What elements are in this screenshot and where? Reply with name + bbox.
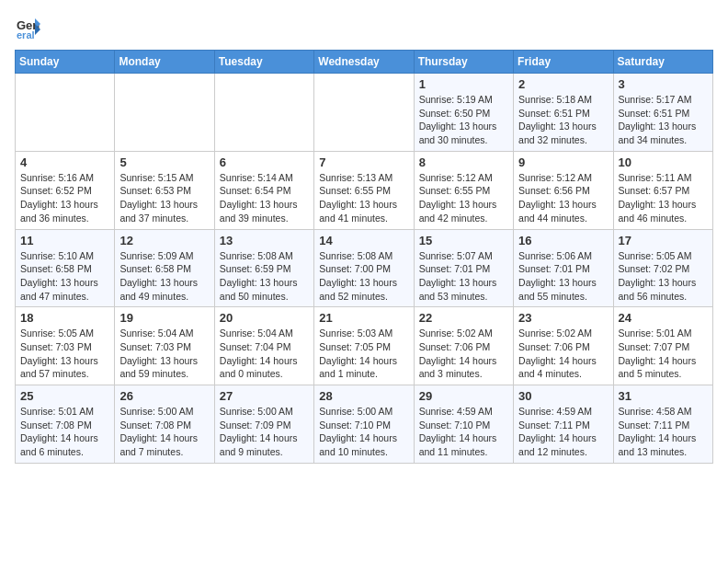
day-cell: 20Sunrise: 5:04 AMSunset: 7:04 PMDayligh… xyxy=(214,307,313,385)
day-number: 28 xyxy=(319,389,408,403)
day-cell xyxy=(214,74,313,152)
day-number: 2 xyxy=(518,77,608,91)
day-cell: 21Sunrise: 5:03 AMSunset: 7:05 PMDayligh… xyxy=(314,307,414,385)
day-number: 11 xyxy=(20,234,109,247)
page-header: Gen eral xyxy=(15,15,713,40)
day-cell: 24Sunrise: 5:01 AMSunset: 7:07 PMDayligh… xyxy=(613,307,712,385)
day-cell: 26Sunrise: 5:00 AMSunset: 7:08 PMDayligh… xyxy=(115,385,214,464)
header-cell-monday: Monday xyxy=(115,51,214,74)
day-number: 22 xyxy=(419,311,508,325)
day-info: Sunrise: 5:08 AMSunset: 7:00 PMDaylight:… xyxy=(319,249,408,304)
day-info: Sunrise: 5:16 AMSunset: 6:52 PMDaylight:… xyxy=(20,171,109,225)
day-cell: 18Sunrise: 5:05 AMSunset: 7:03 PMDayligh… xyxy=(16,307,115,385)
day-cell: 30Sunrise: 4:59 AMSunset: 7:11 PMDayligh… xyxy=(514,385,613,464)
day-cell: 13Sunrise: 5:08 AMSunset: 6:59 PMDayligh… xyxy=(214,229,313,307)
header-cell-sunday: Sunday xyxy=(16,51,115,74)
day-info: Sunrise: 5:01 AMSunset: 7:07 PMDaylight:… xyxy=(619,327,708,381)
day-info: Sunrise: 5:06 AMSunset: 7:01 PMDaylight:… xyxy=(518,249,608,304)
day-number: 23 xyxy=(518,311,608,325)
day-cell: 31Sunrise: 4:58 AMSunset: 7:11 PMDayligh… xyxy=(613,385,712,464)
day-number: 31 xyxy=(619,389,708,403)
day-cell xyxy=(314,74,414,152)
day-info: Sunrise: 5:12 AMSunset: 6:56 PMDaylight:… xyxy=(518,171,608,225)
day-cell: 27Sunrise: 5:00 AMSunset: 7:09 PMDayligh… xyxy=(214,385,313,464)
day-info: Sunrise: 5:03 AMSunset: 7:05 PMDaylight:… xyxy=(319,327,408,381)
day-info: Sunrise: 5:02 AMSunset: 7:06 PMDaylight:… xyxy=(518,327,608,381)
week-row-1: 1Sunrise: 5:19 AMSunset: 6:50 PMDaylight… xyxy=(16,74,713,152)
day-info: Sunrise: 5:00 AMSunset: 7:10 PMDaylight:… xyxy=(319,405,408,459)
day-cell: 8Sunrise: 5:12 AMSunset: 6:55 PMDaylight… xyxy=(414,151,513,229)
day-cell: 10Sunrise: 5:11 AMSunset: 6:57 PMDayligh… xyxy=(613,151,712,229)
day-cell: 28Sunrise: 5:00 AMSunset: 7:10 PMDayligh… xyxy=(314,385,414,464)
day-number: 16 xyxy=(518,234,608,247)
day-cell: 23Sunrise: 5:02 AMSunset: 7:06 PMDayligh… xyxy=(514,307,613,385)
day-info: Sunrise: 4:59 AMSunset: 7:10 PMDaylight:… xyxy=(419,405,508,459)
day-cell xyxy=(115,74,214,152)
day-info: Sunrise: 5:10 AMSunset: 6:58 PMDaylight:… xyxy=(20,249,109,304)
day-cell: 9Sunrise: 5:12 AMSunset: 6:56 PMDaylight… xyxy=(514,151,613,229)
day-cell: 2Sunrise: 5:18 AMSunset: 6:51 PMDaylight… xyxy=(514,74,613,152)
day-info: Sunrise: 5:07 AMSunset: 7:01 PMDaylight:… xyxy=(419,249,508,304)
day-number: 12 xyxy=(119,234,209,247)
day-number: 4 xyxy=(20,155,109,169)
day-number: 15 xyxy=(419,234,508,247)
header-cell-tuesday: Tuesday xyxy=(214,51,313,74)
day-number: 3 xyxy=(619,77,708,91)
day-cell: 14Sunrise: 5:08 AMSunset: 7:00 PMDayligh… xyxy=(314,229,414,307)
day-number: 24 xyxy=(619,311,708,325)
day-info: Sunrise: 5:05 AMSunset: 7:02 PMDaylight:… xyxy=(619,249,708,304)
week-row-5: 25Sunrise: 5:01 AMSunset: 7:08 PMDayligh… xyxy=(16,385,713,464)
day-number: 17 xyxy=(619,234,708,247)
day-info: Sunrise: 5:08 AMSunset: 6:59 PMDaylight:… xyxy=(220,249,309,304)
day-number: 25 xyxy=(20,389,109,403)
day-info: Sunrise: 5:11 AMSunset: 6:57 PMDaylight:… xyxy=(619,171,708,225)
header-cell-thursday: Thursday xyxy=(414,51,513,74)
day-number: 5 xyxy=(119,155,209,169)
day-number: 29 xyxy=(419,389,508,403)
day-number: 26 xyxy=(119,389,209,403)
day-number: 7 xyxy=(319,155,408,169)
day-info: Sunrise: 5:15 AMSunset: 6:53 PMDaylight:… xyxy=(119,171,209,225)
day-number: 27 xyxy=(220,389,309,403)
day-info: Sunrise: 5:12 AMSunset: 6:55 PMDaylight:… xyxy=(419,171,508,225)
day-number: 19 xyxy=(119,311,209,325)
week-row-3: 11Sunrise: 5:10 AMSunset: 6:58 PMDayligh… xyxy=(16,229,713,307)
day-cell: 22Sunrise: 5:02 AMSunset: 7:06 PMDayligh… xyxy=(414,307,513,385)
day-info: Sunrise: 5:02 AMSunset: 7:06 PMDaylight:… xyxy=(419,327,508,381)
day-number: 6 xyxy=(220,155,309,169)
day-info: Sunrise: 5:19 AMSunset: 6:50 PMDaylight:… xyxy=(419,93,508,147)
day-cell: 12Sunrise: 5:09 AMSunset: 6:58 PMDayligh… xyxy=(115,229,214,307)
day-number: 9 xyxy=(518,155,608,169)
day-info: Sunrise: 4:58 AMSunset: 7:11 PMDaylight:… xyxy=(619,405,708,459)
day-info: Sunrise: 4:59 AMSunset: 7:11 PMDaylight:… xyxy=(518,405,608,459)
day-number: 13 xyxy=(220,234,309,247)
day-cell: 5Sunrise: 5:15 AMSunset: 6:53 PMDaylight… xyxy=(115,151,214,229)
day-number: 18 xyxy=(20,311,109,325)
day-info: Sunrise: 5:04 AMSunset: 7:04 PMDaylight:… xyxy=(220,327,309,381)
day-info: Sunrise: 5:05 AMSunset: 7:03 PMDaylight:… xyxy=(20,327,109,381)
day-cell: 6Sunrise: 5:14 AMSunset: 6:54 PMDaylight… xyxy=(214,151,313,229)
day-number: 21 xyxy=(319,311,408,325)
day-info: Sunrise: 5:00 AMSunset: 7:09 PMDaylight:… xyxy=(220,405,309,459)
logo-icon: Gen eral xyxy=(15,15,40,40)
day-cell xyxy=(16,74,115,152)
day-number: 14 xyxy=(319,234,408,247)
header-cell-saturday: Saturday xyxy=(613,51,712,74)
day-number: 1 xyxy=(419,77,508,91)
day-cell: 4Sunrise: 5:16 AMSunset: 6:52 PMDaylight… xyxy=(16,151,115,229)
day-info: Sunrise: 5:14 AMSunset: 6:54 PMDaylight:… xyxy=(220,171,309,225)
day-number: 8 xyxy=(419,155,508,169)
header-cell-friday: Friday xyxy=(514,51,613,74)
day-cell: 11Sunrise: 5:10 AMSunset: 6:58 PMDayligh… xyxy=(16,229,115,307)
day-cell: 17Sunrise: 5:05 AMSunset: 7:02 PMDayligh… xyxy=(613,229,712,307)
calendar-table: SundayMondayTuesdayWednesdayThursdayFrid… xyxy=(15,50,713,464)
day-number: 20 xyxy=(220,311,309,325)
day-cell: 16Sunrise: 5:06 AMSunset: 7:01 PMDayligh… xyxy=(514,229,613,307)
day-cell: 15Sunrise: 5:07 AMSunset: 7:01 PMDayligh… xyxy=(414,229,513,307)
day-info: Sunrise: 5:00 AMSunset: 7:08 PMDaylight:… xyxy=(119,405,209,459)
header-row: SundayMondayTuesdayWednesdayThursdayFrid… xyxy=(16,51,713,74)
day-cell: 19Sunrise: 5:04 AMSunset: 7:03 PMDayligh… xyxy=(115,307,214,385)
day-number: 30 xyxy=(518,389,608,403)
day-info: Sunrise: 5:09 AMSunset: 6:58 PMDaylight:… xyxy=(119,249,209,304)
week-row-2: 4Sunrise: 5:16 AMSunset: 6:52 PMDaylight… xyxy=(16,151,713,229)
